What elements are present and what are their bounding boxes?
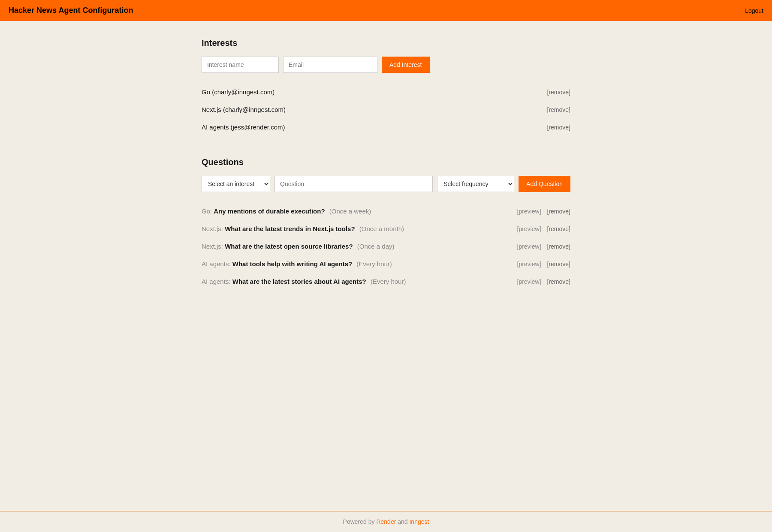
email-input[interactable] bbox=[283, 57, 377, 73]
question-list-item: Next.js: What are the latest open source… bbox=[202, 237, 570, 255]
inngest-link[interactable]: Inngest bbox=[409, 518, 429, 525]
question-interest-label: AI agents: bbox=[202, 278, 231, 285]
interest-list-item: Next.js (charly@inngest.com) [remove] bbox=[202, 101, 570, 118]
render-link[interactable]: Render bbox=[376, 518, 396, 525]
question-frequency: (Every hour) bbox=[371, 278, 406, 285]
add-interest-button[interactable]: Add Interest bbox=[382, 57, 430, 73]
question-text: What are the latest trends in Next.js to… bbox=[225, 225, 355, 232]
footer-text-before: Powered by bbox=[343, 518, 377, 525]
preview-question-link[interactable]: [preview] bbox=[517, 208, 541, 215]
question-item-actions: [preview] [remove] bbox=[517, 261, 571, 268]
remove-question-link[interactable]: [remove] bbox=[547, 225, 570, 232]
question-text: What are the latest open source librarie… bbox=[225, 243, 353, 250]
footer-text-middle: and bbox=[396, 518, 409, 525]
add-question-form: Select an interestGoNext.jsAI agents Sel… bbox=[202, 176, 570, 192]
question-frequency: (Once a week) bbox=[329, 207, 371, 215]
question-frequency: (Once a day) bbox=[357, 243, 395, 250]
question-item-text: Next.js: What are the latest trends in N… bbox=[202, 225, 404, 232]
logout-link[interactable]: Logout bbox=[745, 7, 763, 14]
preview-question-link[interactable]: [preview] bbox=[517, 261, 541, 268]
interest-name-input[interactable] bbox=[202, 57, 279, 73]
preview-question-link[interactable]: [preview] bbox=[517, 278, 541, 285]
question-interest-label: Go: bbox=[202, 207, 212, 215]
question-text: What tools help with writing AI agents? bbox=[232, 260, 352, 268]
question-input[interactable] bbox=[274, 176, 433, 192]
interests-section: Interests Add Interest Go (charly@innges… bbox=[202, 38, 570, 136]
question-interest-label: Next.js: bbox=[202, 243, 223, 250]
question-list-item: AI agents: What are the latest stories a… bbox=[202, 273, 570, 290]
question-list-item: Next.js: What are the latest trends in N… bbox=[202, 220, 570, 237]
question-interest-label: Next.js: bbox=[202, 225, 223, 232]
remove-interest-link[interactable]: [remove] bbox=[547, 89, 570, 96]
question-frequency: (Once a month) bbox=[359, 225, 404, 232]
remove-question-link[interactable]: [remove] bbox=[547, 243, 570, 250]
interest-item-name: Go (charly@inngest.com) bbox=[202, 88, 274, 96]
app-footer: Powered by Render and Inngest bbox=[0, 511, 772, 532]
remove-question-link[interactable]: [remove] bbox=[547, 208, 570, 215]
question-interest-label: AI agents: bbox=[202, 260, 231, 268]
remove-interest-link[interactable]: [remove] bbox=[547, 106, 570, 113]
interests-heading: Interests bbox=[202, 38, 570, 48]
interest-item-name: Next.js (charly@inngest.com) bbox=[202, 106, 286, 113]
question-frequency: (Every hour) bbox=[356, 260, 392, 268]
question-item-text: Go: Any mentions of durable execution? (… bbox=[202, 207, 371, 215]
interest-item-name: AI agents (jess@render.com) bbox=[202, 123, 285, 131]
question-item-text: Next.js: What are the latest open source… bbox=[202, 243, 395, 250]
remove-interest-link[interactable]: [remove] bbox=[547, 124, 570, 131]
select-frequency-dropdown[interactable]: Select frequencyEvery hourOnce a dayOnce… bbox=[437, 176, 514, 192]
add-question-button[interactable]: Add Question bbox=[519, 176, 570, 192]
question-item-actions: [preview] [remove] bbox=[517, 278, 571, 285]
question-list-item: Go: Any mentions of durable execution? (… bbox=[202, 202, 570, 220]
remove-question-link[interactable]: [remove] bbox=[547, 278, 570, 285]
question-item-text: AI agents: What are the latest stories a… bbox=[202, 278, 406, 285]
interests-list: Go (charly@inngest.com) [remove] Next.js… bbox=[202, 83, 570, 136]
app-title: Hacker News Agent Configuration bbox=[9, 6, 133, 15]
interest-list-item: Go (charly@inngest.com) [remove] bbox=[202, 83, 570, 101]
question-list-item: AI agents: What tools help with writing … bbox=[202, 255, 570, 273]
preview-question-link[interactable]: [preview] bbox=[517, 243, 541, 250]
select-interest-dropdown[interactable]: Select an interestGoNext.jsAI agents bbox=[202, 176, 270, 192]
preview-question-link[interactable]: [preview] bbox=[517, 225, 541, 232]
remove-question-link[interactable]: [remove] bbox=[547, 261, 570, 268]
interest-list-item: AI agents (jess@render.com) [remove] bbox=[202, 118, 570, 136]
questions-list: Go: Any mentions of durable execution? (… bbox=[202, 202, 570, 290]
question-item-actions: [preview] [remove] bbox=[517, 243, 571, 250]
add-interest-form: Add Interest bbox=[202, 57, 570, 73]
questions-section: Questions Select an interestGoNext.jsAI … bbox=[202, 157, 570, 290]
main-content: Interests Add Interest Go (charly@innges… bbox=[193, 21, 579, 511]
app-header: Hacker News Agent Configuration Logout bbox=[0, 0, 772, 21]
question-text: Any mentions of durable execution? bbox=[214, 207, 325, 215]
question-item-actions: [preview] [remove] bbox=[517, 208, 571, 215]
question-item-text: AI agents: What tools help with writing … bbox=[202, 260, 392, 268]
question-text: What are the latest stories about AI age… bbox=[232, 278, 366, 285]
question-item-actions: [preview] [remove] bbox=[517, 225, 571, 232]
questions-heading: Questions bbox=[202, 157, 570, 167]
